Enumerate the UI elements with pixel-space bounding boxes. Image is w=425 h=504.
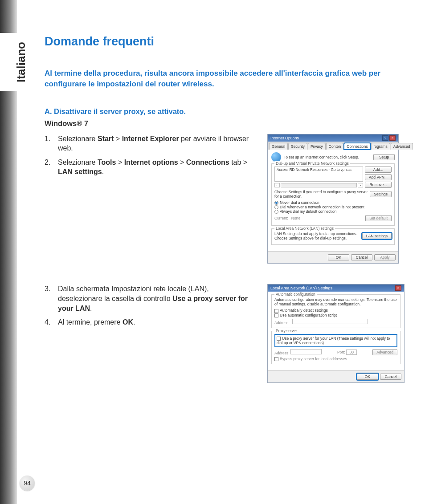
step-1: Selezionare Start > Internet Explorer pe… xyxy=(45,134,254,153)
tab-programs[interactable]: rograms xyxy=(371,143,390,150)
proxy-port-input: 80 xyxy=(346,350,357,355)
dialog-titlebar: Internet Options ? × xyxy=(268,134,398,142)
auto-config-fieldset: Automatic configuration Automatic config… xyxy=(271,294,400,328)
setup-text: To set up an Internet connection, click … xyxy=(284,155,359,159)
scroll-right-icon[interactable]: › xyxy=(358,183,363,187)
close-icon[interactable]: × xyxy=(389,135,396,141)
checkbox-icon xyxy=(274,313,278,317)
auto-config-text: Automatic configuration may override man… xyxy=(274,297,397,306)
lan-text: LAN Settings do not apply to dial-up con… xyxy=(274,232,360,240)
vpn-listbox[interactable]: Access RD Network Resources - Go to vpn.… xyxy=(274,167,363,182)
scroll-left-icon[interactable]: ‹ xyxy=(274,183,280,187)
auto-detect-checkbox[interactable]: Automatically detect settings xyxy=(274,308,397,313)
choose-text: Choose Settings if you need to configure… xyxy=(274,190,368,199)
proxy-highlight: Use a proxy server for your LAN (These s… xyxy=(274,334,397,347)
apply-button: Apply xyxy=(374,254,396,260)
current-value: None xyxy=(291,216,300,220)
lan-legend: Local Area Network (LAN) settings xyxy=(274,226,335,231)
address-input xyxy=(292,319,368,324)
cancel-button[interactable]: Cancel xyxy=(351,254,372,260)
lan-settings-dialog: Local Area Network (LAN) Settings × Auto… xyxy=(267,284,405,383)
checkbox-icon xyxy=(274,309,278,313)
step-2: Selezionare Tools > Internet options > C… xyxy=(45,158,254,177)
checkbox-icon xyxy=(277,337,281,341)
current-label: Current: xyxy=(274,216,288,220)
proxy-address-input xyxy=(290,349,322,354)
help-icon[interactable]: ? xyxy=(382,135,388,141)
os-label: Windows® 7 xyxy=(45,119,405,128)
tab-privacy[interactable]: Privacy xyxy=(308,143,326,150)
set-default-button: Set default xyxy=(365,215,392,221)
tab-strip: General Security Privacy Conten Connecti… xyxy=(268,142,398,150)
dialog-title: Local Area Network (LAN) Settings xyxy=(270,286,332,290)
language-tab: Italiano xyxy=(0,33,42,91)
radio-never[interactable]: Never dial a connection xyxy=(274,200,392,205)
vpn-fieldset: Dial-up and Virtual Private Network sett… xyxy=(271,163,395,226)
close-icon[interactable]: × xyxy=(395,285,401,291)
radio-always[interactable]: Always dial my default connection xyxy=(274,209,392,214)
ok-button[interactable]: OK xyxy=(357,374,378,380)
page-title: Domande frequenti xyxy=(45,35,405,49)
tab-content[interactable]: Conten xyxy=(326,143,343,150)
dialog-title: Internet Options xyxy=(270,136,299,140)
proxy-legend: Proxy server xyxy=(274,329,298,333)
ok-button[interactable]: OK xyxy=(328,254,349,260)
dialog-titlebar: Local Area Network (LAN) Settings × xyxy=(268,285,404,292)
proxy-fieldset: Proxy server Use a proxy server for your… xyxy=(271,331,400,365)
radio-dial-when[interactable]: Dial whenever a network connection is no… xyxy=(274,205,392,209)
setup-button[interactable]: Setup xyxy=(373,154,395,160)
auto-config-legend: Automatic configuration xyxy=(274,292,317,297)
cancel-button[interactable]: Cancel xyxy=(380,374,401,380)
auto-script-checkbox[interactable]: Use automatic configuration script xyxy=(274,313,397,317)
main-content: Domande frequenti Al termine della proce… xyxy=(45,35,405,403)
use-proxy-checkbox[interactable]: Use a proxy server for your LAN (These s… xyxy=(277,336,395,345)
remove-button[interactable]: Remove... xyxy=(365,182,392,188)
lan-fieldset: Local Area Network (LAN) settings LAN Se… xyxy=(271,228,395,245)
radio-icon xyxy=(274,210,278,214)
language-label: Italiano xyxy=(14,41,28,82)
bypass-checkbox: Bypass proxy server for local addresses xyxy=(274,357,397,361)
settings-button[interactable]: Settings xyxy=(370,191,392,197)
intro-text: Al termine della procedura, risulta anco… xyxy=(45,68,405,89)
lan-settings-button[interactable]: LAN settings xyxy=(362,233,392,239)
tab-general[interactable]: General xyxy=(269,143,288,150)
proxy-port-label: Port: xyxy=(337,350,345,354)
step-3: Dalla schermata Impostazioni rete locale… xyxy=(45,284,254,313)
tab-connections[interactable]: Connections xyxy=(344,143,370,150)
add-button[interactable]: Add... xyxy=(365,167,392,173)
page-number: 94 xyxy=(20,476,35,491)
radio-icon xyxy=(274,205,278,209)
address-label: Address xyxy=(274,321,288,325)
advanced-button: Advanced xyxy=(372,349,397,355)
section-a-label: A. Disattivare il server proxy, se attiv… xyxy=(45,107,405,116)
vpn-legend: Dial-up and Virtual Private Network sett… xyxy=(274,161,350,166)
radio-icon xyxy=(274,201,278,205)
proxy-address-label: Address: xyxy=(274,351,290,355)
step-list-2: Dalla schermata Impostazioni rete locale… xyxy=(45,284,254,327)
vpn-item: Access RD Network Resources - Go to vpn.… xyxy=(277,168,351,172)
tab-security[interactable]: Security xyxy=(288,143,307,150)
scroll-track[interactable] xyxy=(281,183,357,187)
internet-options-dialog: Internet Options ? × General Security Pr… xyxy=(267,134,399,264)
add-vpn-button[interactable]: Add VPN... xyxy=(365,174,392,180)
tab-advanced[interactable]: Advanced xyxy=(391,143,413,150)
step-list-1: Selezionare Start > Internet Explorer pe… xyxy=(45,134,254,177)
step-4: Al termine, premere OK. xyxy=(45,317,254,327)
globe-icon xyxy=(271,152,281,162)
checkbox-icon xyxy=(274,357,278,361)
